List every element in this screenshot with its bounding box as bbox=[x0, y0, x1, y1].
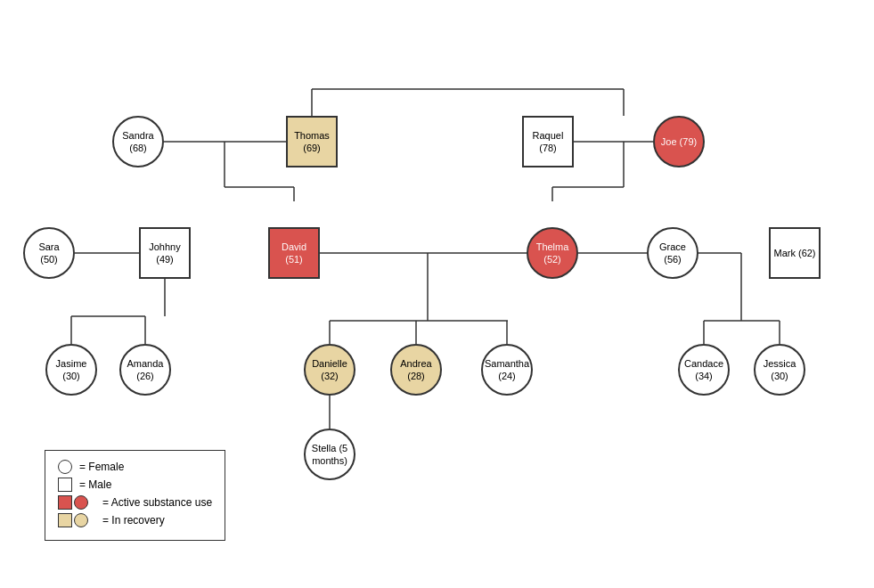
node-thomas: Thomas (69) bbox=[286, 116, 338, 167]
thelma-sublabel: (52) bbox=[543, 253, 561, 265]
sandra-label: Sandra bbox=[122, 129, 153, 142]
thomas-sublabel: (69) bbox=[303, 142, 321, 154]
node-andrea: Andrea (28) bbox=[390, 344, 442, 396]
legend-recovery-square-icon bbox=[58, 513, 72, 527]
amanda-sublabel: (26) bbox=[136, 370, 154, 382]
genogram-canvas: Sandra (68) Thomas (69) Raquel (78) Joe … bbox=[0, 0, 874, 588]
node-mark: Mark (62) bbox=[769, 227, 821, 279]
legend-active-row: = Active substance use bbox=[58, 495, 212, 510]
sara-shape: Sara (50) bbox=[23, 227, 75, 279]
grace-label: Grace bbox=[659, 241, 686, 253]
david-sublabel: (51) bbox=[285, 253, 303, 265]
legend-female-row: = Female bbox=[58, 460, 212, 474]
legend-female-icon bbox=[58, 460, 72, 474]
jasime-sublabel: (30) bbox=[62, 370, 80, 382]
node-danielle: Danielle (32) bbox=[304, 344, 355, 396]
joe-shape: Joe (79) bbox=[653, 116, 705, 167]
thelma-label: Thelma bbox=[536, 241, 569, 253]
amanda-label: Amanda bbox=[127, 357, 164, 370]
andrea-shape: Andrea (28) bbox=[390, 344, 442, 396]
thelma-shape: Thelma (52) bbox=[527, 227, 578, 279]
legend: = Female = Male = Active substance use =… bbox=[45, 450, 225, 541]
node-joe: Joe (79) bbox=[653, 116, 705, 167]
node-raquel: Raquel (78) bbox=[522, 116, 574, 167]
legend-active-circle-icon bbox=[74, 495, 88, 510]
mark-label: Mark (62) bbox=[773, 247, 815, 259]
stella-label: Stella (5 bbox=[312, 442, 347, 454]
candace-label: Candace bbox=[684, 357, 723, 370]
legend-recovery-row: = In recovery bbox=[58, 513, 212, 527]
stella-sublabel: months) bbox=[312, 454, 347, 467]
jasime-shape: Jasime (30) bbox=[45, 344, 97, 396]
jessica-shape: Jessica (30) bbox=[754, 344, 805, 396]
legend-male-icon bbox=[58, 478, 72, 492]
raquel-sublabel: (78) bbox=[539, 142, 557, 154]
candace-shape: Candace (34) bbox=[678, 344, 730, 396]
node-candace: Candace (34) bbox=[678, 344, 730, 396]
node-thelma: Thelma (52) bbox=[527, 227, 578, 279]
danielle-label: Danielle bbox=[312, 357, 347, 370]
samantha-sublabel: (24) bbox=[498, 370, 516, 382]
jessica-label: Jessica bbox=[764, 357, 796, 370]
sara-sublabel: (50) bbox=[40, 253, 58, 265]
samantha-shape: Samantha (24) bbox=[481, 344, 533, 396]
node-samantha: Samantha (24) bbox=[481, 344, 533, 396]
andrea-label: Andrea bbox=[400, 357, 431, 370]
samantha-label: Samantha bbox=[485, 357, 529, 370]
node-johhny: Johhny (49) bbox=[139, 227, 191, 279]
joe-label: Joe (79) bbox=[661, 135, 697, 148]
johhny-shape: Johhny (49) bbox=[139, 227, 191, 279]
legend-male-row: = Male bbox=[58, 478, 212, 492]
node-jasime: Jasime (30) bbox=[45, 344, 97, 396]
legend-male-label: = Male bbox=[79, 478, 111, 491]
jessica-sublabel: (30) bbox=[771, 370, 788, 382]
amanda-shape: Amanda (26) bbox=[119, 344, 171, 396]
david-shape: David (51) bbox=[268, 227, 320, 279]
candace-sublabel: (34) bbox=[695, 370, 713, 382]
sandra-shape: Sandra (68) bbox=[112, 116, 164, 167]
node-amanda: Amanda (26) bbox=[119, 344, 171, 396]
danielle-shape: Danielle (32) bbox=[304, 344, 355, 396]
sandra-sublabel: (68) bbox=[129, 142, 147, 154]
thomas-shape: Thomas (69) bbox=[286, 116, 338, 167]
stella-shape: Stella (5 months) bbox=[304, 429, 355, 480]
raquel-shape: Raquel (78) bbox=[522, 116, 574, 167]
legend-active-label: = Active substance use bbox=[102, 496, 212, 509]
johhny-sublabel: (49) bbox=[156, 253, 174, 265]
andrea-sublabel: (28) bbox=[407, 370, 425, 382]
node-david: David (51) bbox=[268, 227, 320, 279]
legend-recovery-circle-icon bbox=[74, 513, 88, 527]
sara-label: Sara bbox=[38, 241, 59, 253]
thomas-label: Thomas bbox=[294, 129, 330, 142]
legend-female-label: = Female bbox=[79, 461, 124, 473]
jasime-label: Jasime bbox=[56, 357, 87, 370]
grace-sublabel: (56) bbox=[664, 253, 682, 265]
node-stella: Stella (5 months) bbox=[304, 429, 355, 480]
raquel-label: Raquel bbox=[533, 129, 564, 142]
danielle-sublabel: (32) bbox=[321, 370, 339, 382]
node-sara: Sara (50) bbox=[23, 227, 75, 279]
grace-shape: Grace (56) bbox=[647, 227, 698, 279]
david-label: David bbox=[282, 241, 306, 253]
legend-recovery-label: = In recovery bbox=[102, 514, 165, 527]
node-jessica: Jessica (30) bbox=[754, 344, 805, 396]
johhny-label: Johhny bbox=[149, 241, 180, 253]
mark-shape: Mark (62) bbox=[769, 227, 821, 279]
node-sandra: Sandra (68) bbox=[112, 116, 164, 167]
node-grace: Grace (56) bbox=[647, 227, 698, 279]
legend-active-square-icon bbox=[58, 495, 72, 510]
